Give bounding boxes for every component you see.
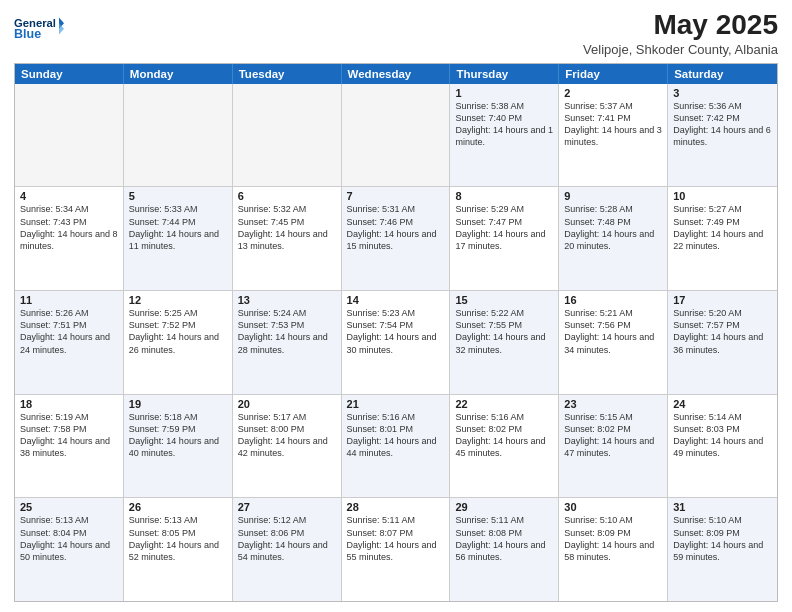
day-cell-18: 18Sunrise: 5:19 AM Sunset: 7:58 PM Dayli… bbox=[15, 395, 124, 498]
day-cell-22: 22Sunrise: 5:16 AM Sunset: 8:02 PM Dayli… bbox=[450, 395, 559, 498]
day-number: 23 bbox=[564, 398, 662, 410]
day-number: 10 bbox=[673, 190, 772, 202]
day-cell-19: 19Sunrise: 5:18 AM Sunset: 7:59 PM Dayli… bbox=[124, 395, 233, 498]
svg-text:Blue: Blue bbox=[14, 27, 41, 41]
day-number: 7 bbox=[347, 190, 445, 202]
day-cell-11: 11Sunrise: 5:26 AM Sunset: 7:51 PM Dayli… bbox=[15, 291, 124, 394]
empty-cell bbox=[124, 84, 233, 187]
day-number: 9 bbox=[564, 190, 662, 202]
day-cell-9: 9Sunrise: 5:28 AM Sunset: 7:48 PM Daylig… bbox=[559, 187, 668, 290]
header: General Blue May 2025 Velipoje, Shkoder … bbox=[14, 10, 778, 57]
day-info: Sunrise: 5:37 AM Sunset: 7:41 PM Dayligh… bbox=[564, 100, 662, 149]
calendar: SundayMondayTuesdayWednesdayThursdayFrid… bbox=[14, 63, 778, 602]
day-header-saturday: Saturday bbox=[668, 64, 777, 84]
day-cell-2: 2Sunrise: 5:37 AM Sunset: 7:41 PM Daylig… bbox=[559, 84, 668, 187]
empty-cell bbox=[342, 84, 451, 187]
day-info: Sunrise: 5:25 AM Sunset: 7:52 PM Dayligh… bbox=[129, 307, 227, 356]
day-number: 18 bbox=[20, 398, 118, 410]
day-number: 29 bbox=[455, 501, 553, 513]
day-number: 1 bbox=[455, 87, 553, 99]
day-header-friday: Friday bbox=[559, 64, 668, 84]
page: General Blue May 2025 Velipoje, Shkoder … bbox=[0, 0, 792, 612]
day-number: 8 bbox=[455, 190, 553, 202]
day-info: Sunrise: 5:17 AM Sunset: 8:00 PM Dayligh… bbox=[238, 411, 336, 460]
day-cell-8: 8Sunrise: 5:29 AM Sunset: 7:47 PM Daylig… bbox=[450, 187, 559, 290]
day-number: 22 bbox=[455, 398, 553, 410]
day-info: Sunrise: 5:29 AM Sunset: 7:47 PM Dayligh… bbox=[455, 203, 553, 252]
day-info: Sunrise: 5:15 AM Sunset: 8:02 PM Dayligh… bbox=[564, 411, 662, 460]
day-cell-12: 12Sunrise: 5:25 AM Sunset: 7:52 PM Dayli… bbox=[124, 291, 233, 394]
logo: General Blue bbox=[14, 10, 64, 50]
day-number: 12 bbox=[129, 294, 227, 306]
day-cell-3: 3Sunrise: 5:36 AM Sunset: 7:42 PM Daylig… bbox=[668, 84, 777, 187]
calendar-week-5: 25Sunrise: 5:13 AM Sunset: 8:04 PM Dayli… bbox=[15, 497, 777, 601]
day-header-tuesday: Tuesday bbox=[233, 64, 342, 84]
day-cell-17: 17Sunrise: 5:20 AM Sunset: 7:57 PM Dayli… bbox=[668, 291, 777, 394]
day-info: Sunrise: 5:22 AM Sunset: 7:55 PM Dayligh… bbox=[455, 307, 553, 356]
calendar-week-1: 1Sunrise: 5:38 AM Sunset: 7:40 PM Daylig… bbox=[15, 84, 777, 187]
day-info: Sunrise: 5:18 AM Sunset: 7:59 PM Dayligh… bbox=[129, 411, 227, 460]
day-info: Sunrise: 5:27 AM Sunset: 7:49 PM Dayligh… bbox=[673, 203, 772, 252]
day-info: Sunrise: 5:11 AM Sunset: 8:07 PM Dayligh… bbox=[347, 514, 445, 563]
day-number: 31 bbox=[673, 501, 772, 513]
day-cell-16: 16Sunrise: 5:21 AM Sunset: 7:56 PM Dayli… bbox=[559, 291, 668, 394]
calendar-body: 1Sunrise: 5:38 AM Sunset: 7:40 PM Daylig… bbox=[15, 84, 777, 601]
day-number: 14 bbox=[347, 294, 445, 306]
day-cell-7: 7Sunrise: 5:31 AM Sunset: 7:46 PM Daylig… bbox=[342, 187, 451, 290]
day-cell-13: 13Sunrise: 5:24 AM Sunset: 7:53 PM Dayli… bbox=[233, 291, 342, 394]
day-number: 20 bbox=[238, 398, 336, 410]
day-cell-10: 10Sunrise: 5:27 AM Sunset: 7:49 PM Dayli… bbox=[668, 187, 777, 290]
day-info: Sunrise: 5:36 AM Sunset: 7:42 PM Dayligh… bbox=[673, 100, 772, 149]
day-cell-6: 6Sunrise: 5:32 AM Sunset: 7:45 PM Daylig… bbox=[233, 187, 342, 290]
day-number: 13 bbox=[238, 294, 336, 306]
day-number: 27 bbox=[238, 501, 336, 513]
day-cell-20: 20Sunrise: 5:17 AM Sunset: 8:00 PM Dayli… bbox=[233, 395, 342, 498]
day-info: Sunrise: 5:34 AM Sunset: 7:43 PM Dayligh… bbox=[20, 203, 118, 252]
day-info: Sunrise: 5:13 AM Sunset: 8:05 PM Dayligh… bbox=[129, 514, 227, 563]
day-cell-25: 25Sunrise: 5:13 AM Sunset: 8:04 PM Dayli… bbox=[15, 498, 124, 601]
month-year: May 2025 bbox=[583, 10, 778, 41]
day-cell-23: 23Sunrise: 5:15 AM Sunset: 8:02 PM Dayli… bbox=[559, 395, 668, 498]
day-info: Sunrise: 5:38 AM Sunset: 7:40 PM Dayligh… bbox=[455, 100, 553, 149]
day-info: Sunrise: 5:23 AM Sunset: 7:54 PM Dayligh… bbox=[347, 307, 445, 356]
day-info: Sunrise: 5:19 AM Sunset: 7:58 PM Dayligh… bbox=[20, 411, 118, 460]
day-info: Sunrise: 5:32 AM Sunset: 7:45 PM Dayligh… bbox=[238, 203, 336, 252]
day-cell-28: 28Sunrise: 5:11 AM Sunset: 8:07 PM Dayli… bbox=[342, 498, 451, 601]
day-number: 25 bbox=[20, 501, 118, 513]
day-number: 15 bbox=[455, 294, 553, 306]
day-info: Sunrise: 5:10 AM Sunset: 8:09 PM Dayligh… bbox=[564, 514, 662, 563]
day-info: Sunrise: 5:33 AM Sunset: 7:44 PM Dayligh… bbox=[129, 203, 227, 252]
day-info: Sunrise: 5:31 AM Sunset: 7:46 PM Dayligh… bbox=[347, 203, 445, 252]
calendar-header: SundayMondayTuesdayWednesdayThursdayFrid… bbox=[15, 64, 777, 84]
day-header-monday: Monday bbox=[124, 64, 233, 84]
day-number: 16 bbox=[564, 294, 662, 306]
day-info: Sunrise: 5:14 AM Sunset: 8:03 PM Dayligh… bbox=[673, 411, 772, 460]
day-info: Sunrise: 5:21 AM Sunset: 7:56 PM Dayligh… bbox=[564, 307, 662, 356]
day-cell-27: 27Sunrise: 5:12 AM Sunset: 8:06 PM Dayli… bbox=[233, 498, 342, 601]
day-info: Sunrise: 5:24 AM Sunset: 7:53 PM Dayligh… bbox=[238, 307, 336, 356]
day-info: Sunrise: 5:16 AM Sunset: 8:02 PM Dayligh… bbox=[455, 411, 553, 460]
day-cell-24: 24Sunrise: 5:14 AM Sunset: 8:03 PM Dayli… bbox=[668, 395, 777, 498]
day-number: 11 bbox=[20, 294, 118, 306]
day-cell-29: 29Sunrise: 5:11 AM Sunset: 8:08 PM Dayli… bbox=[450, 498, 559, 601]
day-number: 19 bbox=[129, 398, 227, 410]
day-header-sunday: Sunday bbox=[15, 64, 124, 84]
day-info: Sunrise: 5:20 AM Sunset: 7:57 PM Dayligh… bbox=[673, 307, 772, 356]
day-number: 17 bbox=[673, 294, 772, 306]
calendar-week-3: 11Sunrise: 5:26 AM Sunset: 7:51 PM Dayli… bbox=[15, 290, 777, 394]
day-cell-26: 26Sunrise: 5:13 AM Sunset: 8:05 PM Dayli… bbox=[124, 498, 233, 601]
location: Velipoje, Shkoder County, Albania bbox=[583, 42, 778, 57]
empty-cell bbox=[233, 84, 342, 187]
day-number: 28 bbox=[347, 501, 445, 513]
calendar-week-4: 18Sunrise: 5:19 AM Sunset: 7:58 PM Dayli… bbox=[15, 394, 777, 498]
day-number: 30 bbox=[564, 501, 662, 513]
day-cell-15: 15Sunrise: 5:22 AM Sunset: 7:55 PM Dayli… bbox=[450, 291, 559, 394]
day-number: 26 bbox=[129, 501, 227, 513]
calendar-week-2: 4Sunrise: 5:34 AM Sunset: 7:43 PM Daylig… bbox=[15, 186, 777, 290]
day-number: 4 bbox=[20, 190, 118, 202]
day-info: Sunrise: 5:16 AM Sunset: 8:01 PM Dayligh… bbox=[347, 411, 445, 460]
day-number: 5 bbox=[129, 190, 227, 202]
day-cell-4: 4Sunrise: 5:34 AM Sunset: 7:43 PM Daylig… bbox=[15, 187, 124, 290]
day-cell-1: 1Sunrise: 5:38 AM Sunset: 7:40 PM Daylig… bbox=[450, 84, 559, 187]
day-info: Sunrise: 5:10 AM Sunset: 8:09 PM Dayligh… bbox=[673, 514, 772, 563]
